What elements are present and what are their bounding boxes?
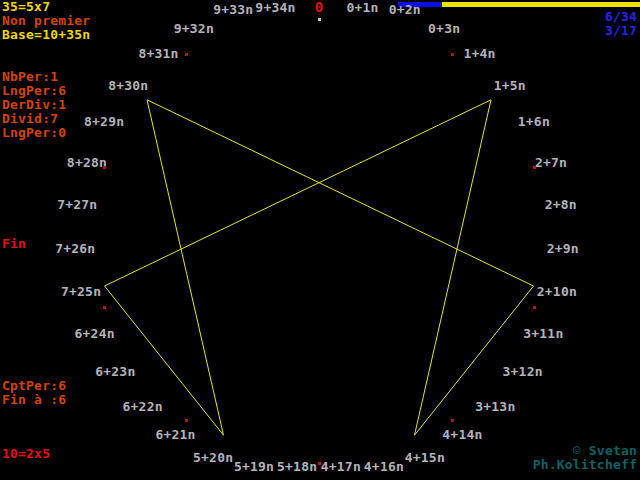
wheel-label-zero: 0 [315, 1, 324, 14]
wheel-label: 1+5n [494, 78, 526, 91]
digit-position-dot [185, 53, 188, 56]
star-lines [0, 0, 640, 480]
wheel-label: 4+15n [405, 450, 445, 463]
star-polygon [105, 100, 534, 435]
wheel-label: 9+32n [174, 21, 214, 34]
wheel-label: 7+26n [55, 241, 95, 254]
wheel-label: 1+4n [463, 47, 495, 60]
wheel-label: 6+21n [156, 428, 196, 441]
wheel-label: 2+10n [537, 285, 577, 298]
wheel-label: 0+3n [428, 21, 460, 34]
wheel-label: 6+23n [95, 365, 135, 378]
wheel-label: 4+16n [364, 460, 404, 473]
wheel-label: 8+30n [108, 78, 148, 91]
wheel-label: 8+29n [84, 115, 124, 128]
wheel-label: 3+13n [475, 399, 515, 412]
wheel-label: 9+33n [213, 2, 253, 15]
wheel-label: 2+8n [545, 198, 577, 211]
digit-position-dot [451, 53, 454, 56]
wheel-label: 1+6n [518, 115, 550, 128]
wheel-label: 7+27n [57, 198, 97, 211]
wheel-label: 6+24n [75, 326, 115, 339]
wheel-label: 6+22n [123, 399, 163, 412]
digit-position-dot [451, 419, 454, 422]
digit-position-dot [103, 166, 106, 169]
wheel-label: 5+19n [234, 460, 274, 473]
wheel-label: 0+2n [389, 2, 421, 15]
wheel-label: 0+1n [347, 1, 379, 14]
digit-position-dot [533, 166, 536, 169]
wheel-label: 8+31n [138, 47, 178, 60]
wheel-label: 7+25n [61, 285, 101, 298]
wheel-label: 2+9n [547, 241, 579, 254]
current-position-marker [318, 18, 321, 21]
dos-screen: 35=5x7 Non premier Base=10+35n NbPer:1 L… [0, 0, 640, 480]
digit-position-dot [533, 306, 536, 309]
wheel-label: 4+14n [442, 428, 482, 441]
wheel-label: 9+34n [255, 1, 295, 14]
wheel-label: 4+17n [321, 460, 361, 473]
digit-position-dot [318, 462, 321, 465]
digit-position-dot [103, 306, 106, 309]
wheel-label: 2+7n [535, 155, 567, 168]
wheel-label: 3+11n [523, 326, 563, 339]
wheel-label: 3+12n [503, 365, 543, 378]
wheel-label: 5+18n [277, 460, 317, 473]
wheel-label: 5+20n [193, 450, 233, 463]
wheel-label: 8+28n [67, 155, 107, 168]
digit-position-dot [185, 419, 188, 422]
